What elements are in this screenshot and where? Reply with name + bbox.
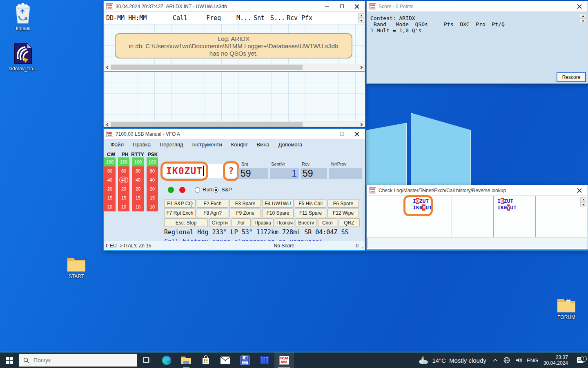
score-spinner[interactable] <box>580 13 586 23</box>
band-button-PSK-15[interactable]: 15 <box>147 193 158 202</box>
taskbar-app-archive[interactable] <box>255 352 274 368</box>
start-button[interactable] <box>0 352 19 368</box>
score-window-titlebar[interactable]: N1MMM Score - 0 Points <box>367 1 588 12</box>
callsign-input[interactable]: IK0ZUT <box>163 164 223 178</box>
action-button-4[interactable]: Правка <box>252 218 274 227</box>
band-button-RTTY-80[interactable]: 80 <box>132 166 144 175</box>
desktop-icon-forum-folder[interactable]: FORUM <box>552 297 581 320</box>
band-button-PH-160[interactable]: 160 <box>118 157 129 166</box>
band-button-CW-15[interactable]: 15 <box>104 193 116 202</box>
action-button-5[interactable]: Познач <box>275 218 294 227</box>
log-column-header[interactable]: Freq <box>203 14 233 22</box>
band-button-PH-15[interactable]: 15 <box>118 193 129 202</box>
log-column-header[interactable]: Call <box>169 14 203 22</box>
spin-up-icon[interactable] <box>580 197 586 202</box>
menu-item-Допомога[interactable]: Допомога <box>274 140 307 149</box>
close-button[interactable] <box>573 186 585 195</box>
uncertain-call-field[interactable]: ? <box>225 164 237 178</box>
fkey-button-8[interactable]: F8 Agn? <box>197 209 228 217</box>
nrprov-field[interactable] <box>329 168 362 179</box>
speaker-icon[interactable] <box>515 357 522 364</box>
menu-item-Файл[interactable]: Файл <box>106 140 128 149</box>
check-call-suggestion[interactable]: IK0YUT <box>413 204 452 211</box>
band-button-PSK-20[interactable]: 20 <box>147 184 158 193</box>
spin-up-icon[interactable] <box>358 13 364 18</box>
log-column-header[interactable]: Snt <box>250 14 267 22</box>
close-button[interactable] <box>350 2 363 11</box>
log-column-header[interactable]: Rcv <box>283 14 298 22</box>
fkey-button-10[interactable]: F10 Spare <box>262 209 294 217</box>
band-button-PSK-160[interactable]: 160 <box>147 157 158 166</box>
band-button-RTTY-15[interactable]: 15 <box>132 193 144 202</box>
action-button-8[interactable]: QRZ <box>339 218 360 227</box>
run-radio[interactable] <box>195 187 200 193</box>
band-button-PH-20[interactable]: 20 <box>118 184 129 193</box>
maximize-button[interactable] <box>336 2 348 11</box>
sentnr-field[interactable]: 1 <box>270 168 299 179</box>
taskbar-app-edge[interactable] <box>157 352 176 368</box>
weather-widget[interactable]: 14°C Mostly cloudy <box>418 356 486 365</box>
band-button-RTTY-20[interactable]: 20 <box>132 184 144 193</box>
fkey-button-11[interactable]: F11 Spare <box>295 209 326 217</box>
taskbar-app-n1mm[interactable]: N1MMM <box>274 352 294 368</box>
band-button-PSK-10[interactable]: 10 <box>147 202 158 211</box>
spin-down-icon[interactable] <box>580 18 586 23</box>
taskbar-app-store[interactable] <box>196 352 216 368</box>
action-button-6[interactable]: Внести <box>296 218 317 227</box>
taskbar-app-mail[interactable] <box>216 352 235 368</box>
maximize-button[interactable] <box>336 130 348 139</box>
action-button-1[interactable]: Esc: Stop <box>164 218 208 227</box>
scroll-left-icon[interactable] <box>104 121 110 128</box>
scroll-right-icon[interactable] <box>359 121 365 128</box>
spin-up-icon[interactable] <box>580 13 586 18</box>
menu-item-Конфіг[interactable]: Конфіг <box>227 140 252 149</box>
desktop-icon-recycle-bin[interactable]: Кошик <box>4 3 42 31</box>
language-indicator[interactable]: ENG <box>527 357 538 364</box>
band-button-CW-40[interactable]: 40 <box>104 175 116 184</box>
network-globe-icon[interactable] <box>503 357 510 364</box>
spin-down-icon[interactable] <box>580 202 586 206</box>
search-input[interactable] <box>33 357 115 364</box>
scroll-thumb[interactable] <box>111 122 303 127</box>
band-button-PSK-40[interactable]: 40 <box>147 175 158 184</box>
sp-radio[interactable] <box>213 187 218 193</box>
fkey-button-3[interactable]: F3 Spare <box>229 199 261 208</box>
desktop-icon-sidorov-file[interactable]: sidorov_tra... <box>3 43 42 72</box>
desktop-icon-start-folder[interactable]: START <box>62 256 91 279</box>
close-button[interactable] <box>573 2 585 11</box>
fkey-button-6[interactable]: F6 Spare <box>327 199 359 208</box>
fkey-button-7[interactable]: F7 Rpt Exch <box>164 209 196 217</box>
check-call-suggestion[interactable]: IK0YUT <box>497 204 535 211</box>
band-button-CW-160[interactable]: 160 <box>104 157 116 166</box>
minimize-button[interactable] <box>321 2 333 11</box>
entry-window-titlebar[interactable]: N1MMM 7100,00 LSB Manual - VFO A <box>104 129 365 139</box>
fkey-button-1[interactable]: F1 S&P CQ <box>164 199 196 208</box>
band-button-RTTY-160[interactable]: 160 <box>132 157 144 166</box>
fkey-button-2[interactable]: F2 Exch <box>197 199 228 208</box>
menu-item-Вікна[interactable]: Вікна <box>252 140 274 149</box>
minimize-button[interactable] <box>321 130 333 139</box>
log-window-titlebar[interactable]: N1MMM 30.04.2024 20:37:42Z ARI DX INT - … <box>104 1 365 12</box>
scroll-thumb[interactable] <box>111 65 303 70</box>
notification-center-button[interactable]: 1 <box>573 357 587 364</box>
spin-down-icon[interactable] <box>358 18 364 22</box>
menu-item-Перегляд[interactable]: Перегляд <box>155 140 188 149</box>
band-button-PH-80[interactable]: 80 <box>118 166 129 175</box>
action-button-2[interactable]: Стерти <box>209 218 230 227</box>
action-button-3[interactable]: Лог <box>232 218 251 227</box>
menu-item-Інструменти[interactable]: Інструменти <box>188 140 227 149</box>
log-header-spinner[interactable] <box>358 13 364 22</box>
check-call-suggestion[interactable]: I0ZUT <box>497 198 535 204</box>
check-spinner[interactable] <box>580 197 586 206</box>
fkey-button-5[interactable]: F5 His Call <box>295 199 326 208</box>
band-button-CW-80[interactable]: 80 <box>104 166 116 175</box>
search-box[interactable] <box>19 354 137 367</box>
close-button[interactable] <box>350 130 363 139</box>
taskbar-app-file-explorer[interactable] <box>176 352 196 368</box>
band-button-PSK-80[interactable]: 80 <box>147 166 158 175</box>
band-button-RTTY-10[interactable]: 10 <box>132 202 144 211</box>
scroll-right-icon[interactable] <box>359 64 365 70</box>
scroll-left-icon[interactable] <box>104 64 110 70</box>
action-button-7[interactable]: Спот <box>318 218 337 227</box>
band-button-RTTY-40[interactable]: 40 <box>132 175 144 184</box>
